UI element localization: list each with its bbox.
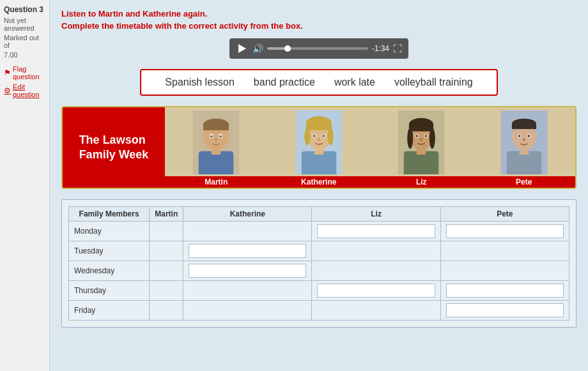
edit-question-button[interactable]: ⚙ Edit question	[4, 83, 45, 98]
main-content: Listen to Martin and Katherine again. Co…	[50, 0, 588, 371]
wednesday-martin	[150, 261, 183, 281]
friday-katherine	[183, 301, 312, 321]
svg-point-8	[210, 135, 213, 138]
monday-pete[interactable]	[440, 222, 569, 241]
activity-option-4: volleyball training	[394, 77, 473, 88]
svg-point-36	[421, 138, 422, 141]
svg-rect-5	[203, 125, 229, 130]
thursday-pete[interactable]	[440, 281, 569, 301]
thursday-liz[interactable]	[312, 281, 440, 301]
wednesday-katherine[interactable]	[183, 261, 312, 281]
table-header-row: Family Members Martin Katherine Liz Pete	[69, 207, 569, 222]
day-wednesday: Wednesday	[69, 261, 150, 281]
wednesday-liz	[312, 261, 440, 281]
tuesday-katherine-input[interactable]	[189, 244, 306, 258]
friday-pete-input[interactable]	[446, 303, 564, 317]
thursday-martin	[150, 281, 183, 301]
liz-label: Liz	[370, 176, 473, 188]
svg-point-9	[220, 135, 222, 138]
timetable: Family Members Martin Katherine Liz Pete…	[68, 206, 569, 321]
col-header-family: Family Members	[69, 207, 150, 222]
fullscreen-button[interactable]: ⛶	[393, 43, 402, 54]
monday-liz-input[interactable]	[317, 224, 435, 238]
col-header-liz: Liz	[312, 207, 440, 222]
volume-button[interactable]: 🔊	[252, 43, 263, 54]
tuesday-martin	[150, 241, 183, 261]
monday-katherine	[183, 222, 312, 241]
flag-question-button[interactable]: ⚑ Flag question	[4, 65, 45, 80]
svg-point-35	[425, 135, 428, 137]
svg-point-17	[304, 128, 310, 145]
friday-liz	[312, 301, 440, 321]
monday-pete-input[interactable]	[446, 224, 564, 238]
marked-value: 7.00	[4, 51, 45, 59]
thursday-pete-input[interactable]	[446, 284, 564, 298]
table-row: Tuesday	[69, 241, 569, 261]
progress-bar[interactable]	[267, 47, 368, 50]
family-banner: The Lawson Family Week	[61, 106, 576, 189]
play-icon	[238, 44, 246, 53]
banner-title: The Lawson Family Week	[63, 107, 165, 188]
table-row: Monday	[69, 222, 569, 241]
edit-label: Edit question	[13, 83, 45, 98]
svg-point-18	[327, 128, 333, 145]
instruction-line2: Complete the timetable with the correct …	[61, 21, 576, 31]
day-tuesday: Tuesday	[69, 241, 150, 261]
table-row: Thursday	[69, 281, 569, 301]
katherine-photo	[268, 107, 371, 178]
marked-label: Marked out of	[4, 34, 45, 49]
svg-point-21	[313, 135, 316, 137]
monday-liz[interactable]	[312, 222, 440, 241]
person-pete: Pete	[473, 107, 576, 188]
table-row: Wednesday	[69, 261, 569, 281]
monday-martin	[150, 222, 183, 241]
progress-dot	[284, 45, 291, 52]
svg-point-10	[215, 139, 217, 142]
instruction-line1: Listen to Martin and Katherine again.	[61, 9, 576, 19]
person-katherine: Katherine	[268, 107, 371, 188]
wednesday-katherine-input[interactable]	[189, 264, 306, 278]
activity-options-box: Spanish lesson band practice work late v…	[140, 69, 498, 96]
svg-point-34	[415, 135, 418, 137]
person-liz: Liz	[370, 107, 473, 188]
flag-label: Flag question	[13, 65, 45, 80]
thursday-liz-input[interactable]	[317, 284, 435, 298]
timetable-container: Family Members Martin Katherine Liz Pete…	[61, 199, 576, 328]
banner-title-line2: Family Week	[79, 148, 149, 161]
col-header-katherine: Katherine	[183, 207, 312, 222]
pete-label: Pete	[473, 176, 576, 188]
play-button[interactable]	[236, 42, 249, 55]
volume-icon: 🔊	[252, 43, 263, 54]
katherine-label: Katherine	[268, 176, 371, 188]
question-status: Not yet answered	[4, 17, 45, 32]
pete-photo	[473, 107, 576, 178]
svg-point-47	[523, 138, 525, 141]
svg-point-23	[318, 138, 320, 141]
audio-player: 🔊 -1:34 ⛶	[229, 38, 408, 59]
svg-rect-16	[306, 123, 332, 130]
martin-label: Martin	[165, 176, 268, 188]
activity-option-1: Spanish lesson	[165, 77, 235, 88]
banner-title-line1: The Lawson	[79, 133, 146, 146]
time-display: -1:34	[372, 44, 389, 53]
tuesday-pete	[440, 241, 569, 261]
svg-rect-29	[409, 125, 433, 132]
wednesday-pete	[440, 261, 569, 281]
day-monday: Monday	[69, 222, 150, 241]
friday-martin	[150, 301, 183, 321]
svg-rect-42	[512, 124, 536, 129]
activity-option-2: band practice	[254, 77, 315, 88]
friday-pete[interactable]	[440, 301, 569, 321]
activity-option-3: work late	[334, 77, 375, 88]
sidebar: Question 3 Not yet answered Marked out o…	[0, 0, 50, 371]
day-thursday: Thursday	[69, 281, 150, 301]
thursday-katherine	[183, 281, 312, 301]
fullscreen-icon: ⛶	[393, 43, 402, 54]
liz-photo	[370, 107, 473, 178]
tuesday-katherine[interactable]	[183, 241, 312, 261]
gear-icon: ⚙	[4, 86, 11, 95]
martin-photo	[165, 107, 268, 178]
table-row: Friday	[69, 301, 569, 321]
banner-people: Martin	[165, 107, 575, 188]
person-martin: Martin	[165, 107, 268, 188]
